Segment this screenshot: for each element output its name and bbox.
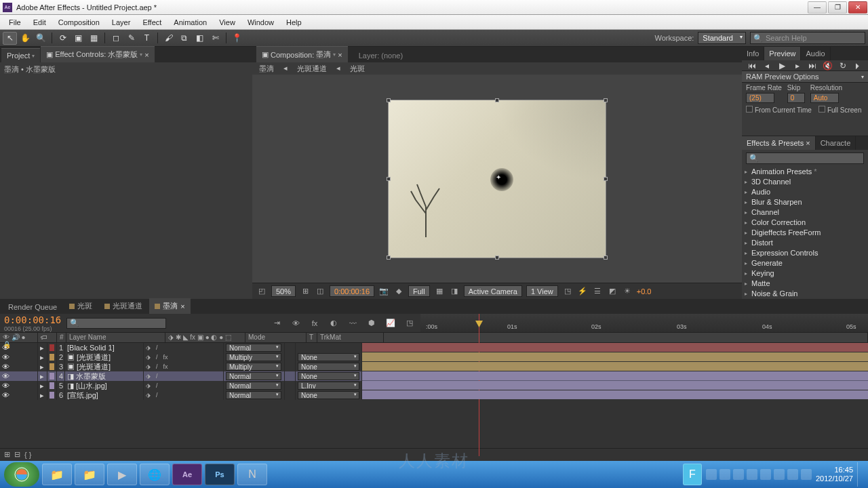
layer-row[interactable]: 👁▸5◨ [山水.jpg]⬗/NormalL.Inv xyxy=(0,381,868,390)
tl-draft3d-icon[interactable]: ◳ xyxy=(403,317,416,329)
pen-tool[interactable]: ✎ xyxy=(124,32,138,45)
layer-tab[interactable]: Layer: (none) xyxy=(353,49,408,62)
fx-category[interactable]: Channel xyxy=(742,207,868,218)
timeline-tab-active[interactable]: 墨滴 × xyxy=(149,298,190,314)
fx-category[interactable]: Noise & Grain xyxy=(742,289,868,299)
taskbar-app[interactable]: 🌐 xyxy=(140,464,170,485)
fx-category[interactable]: Animation Presets xyxy=(742,167,868,177)
help-search[interactable]: 🔍 Search Help xyxy=(750,32,865,44)
loop-button[interactable]: ↻ xyxy=(837,61,849,70)
prev-frame-button[interactable]: ◂ xyxy=(761,61,773,70)
fx-category[interactable]: Digieffects FreeForm xyxy=(742,228,868,238)
audio-tab[interactable]: Audio xyxy=(801,47,830,60)
ram-options-header[interactable]: RAM Preview Options▾ xyxy=(742,71,868,83)
taskbar-tray-app[interactable]: F xyxy=(683,464,702,485)
timeline-search[interactable]: 🔍 xyxy=(66,318,166,329)
menu-help[interactable]: Help xyxy=(280,16,308,28)
toggle-modes-icon[interactable]: ⊟ xyxy=(14,450,20,459)
first-frame-button[interactable]: ⏮ xyxy=(746,61,758,70)
menu-view[interactable]: View xyxy=(213,16,241,28)
timeline-icon[interactable]: ☰ xyxy=(592,286,603,297)
toggle-switches-icon[interactable]: ⊞ xyxy=(4,450,10,459)
rect-tool[interactable]: ◻ xyxy=(108,32,123,45)
tl-fx-icon[interactable]: fx xyxy=(308,317,321,329)
effects-search[interactable]: 🔍 xyxy=(746,152,864,164)
character-tab[interactable]: Characte xyxy=(816,136,856,150)
tl-brainstorm-icon[interactable]: ⬢ xyxy=(365,317,378,329)
layer-row[interactable]: 👁▸2▣ [光斑通道]⬗/fxMultiplyNone xyxy=(0,352,868,362)
puppet-tool[interactable]: 📍 xyxy=(230,32,244,45)
full-screen-checkbox[interactable]: Full Screen xyxy=(818,106,862,114)
skip-input[interactable]: 0 xyxy=(787,93,805,103)
fast-preview-icon[interactable]: ⚡ xyxy=(577,286,588,297)
region-icon[interactable]: ◰ xyxy=(256,286,267,297)
menu-composition[interactable]: Composition xyxy=(52,16,106,28)
transparency-icon[interactable]: ▦ xyxy=(434,286,445,297)
system-tray[interactable] xyxy=(706,469,812,480)
ram-preview-button[interactable]: ⏵ xyxy=(852,61,864,70)
taskbar-ae[interactable]: Ae xyxy=(172,464,202,485)
preview-tab[interactable]: Preview xyxy=(764,47,801,60)
camera-tool[interactable]: ▣ xyxy=(71,32,85,45)
taskbar-app[interactable]: 📁 xyxy=(75,464,104,485)
framerate-input[interactable]: (25) xyxy=(746,93,774,103)
hand-tool[interactable]: ✋ xyxy=(18,32,33,45)
selection-tool[interactable]: ↖ xyxy=(3,32,17,45)
effect-controls-tab[interactable]: ▣ Effect Controls: 水墨蒙版 ▾ × xyxy=(41,46,155,62)
layer-row[interactable]: 👁▸4◨ 水墨蒙版⬗/NormalNone xyxy=(0,371,868,381)
zoom-tool[interactable]: 🔍 xyxy=(34,32,48,45)
timeline-timecode[interactable]: 0:00:00:16 xyxy=(4,314,61,325)
eraser-tool[interactable]: ◧ xyxy=(193,32,207,45)
taskbar-ps[interactable]: Ps xyxy=(205,464,235,485)
mute-button[interactable]: 🔇 xyxy=(821,61,833,70)
3d-icon[interactable]: ◨ xyxy=(449,286,460,297)
resolution-dropdown[interactable]: Full xyxy=(408,285,430,297)
taskbar-app[interactable]: ▶ xyxy=(107,464,137,485)
menu-effect[interactable]: Effect xyxy=(136,16,167,28)
fx-category[interactable]: Keying xyxy=(742,268,868,279)
flowchart-icon[interactable]: ◩ xyxy=(607,286,618,297)
taskbar-app[interactable]: 📁 xyxy=(42,464,72,485)
timeline-tab[interactable]: 光斑 xyxy=(64,298,98,314)
zoom-dropdown[interactable]: 50% xyxy=(271,285,296,297)
composition-tab[interactable]: ▣ Composition: 墨滴 ▾ × xyxy=(256,46,348,62)
layer-row[interactable]: 👁▸6[宣纸.jpg]⬗/NormalNone xyxy=(0,390,868,400)
layer-row[interactable]: 👁▸3▣ [光斑通道]⬗/fxMultiplyNone xyxy=(0,362,868,371)
fx-category[interactable]: Expression Controls xyxy=(742,248,868,258)
system-clock[interactable]: 16:45 2012/10/27 xyxy=(816,466,853,483)
fx-category[interactable]: Blur & Sharpen xyxy=(742,197,868,207)
pan-behind-tool[interactable]: ▦ xyxy=(87,32,101,45)
channel-icon[interactable]: ◆ xyxy=(393,286,404,297)
brackets-icon[interactable]: { } xyxy=(24,451,31,459)
info-tab[interactable]: Info xyxy=(742,47,764,60)
render-queue-tab[interactable]: Render Queue xyxy=(3,300,62,314)
fx-category[interactable]: Audio xyxy=(742,187,868,197)
grid-icon[interactable]: ⊞ xyxy=(300,286,311,297)
clone-tool[interactable]: ⧉ xyxy=(177,32,191,45)
composition-viewer[interactable]: ✦ xyxy=(252,75,742,283)
mask-icon[interactable]: ◫ xyxy=(315,286,326,297)
timeline-ruler[interactable]: :00s 01s 02s 03s 04s 05s xyxy=(420,314,868,332)
current-time[interactable]: 0:00:00:16 xyxy=(330,285,374,297)
last-frame-button[interactable]: ⏭ xyxy=(806,61,818,70)
workspace-dropdown[interactable]: Standard xyxy=(698,32,746,44)
snapshot-icon[interactable]: 📷 xyxy=(378,286,389,297)
tl-shy-icon[interactable]: 👁 xyxy=(289,317,302,329)
exposure-value[interactable]: +0.0 xyxy=(637,287,652,296)
tl-graph-icon[interactable]: 📈 xyxy=(384,317,397,329)
tl-frame-blend-icon[interactable]: ◐ xyxy=(327,317,340,329)
brush-tool[interactable]: 🖌 xyxy=(161,32,176,45)
preview-resolution[interactable]: Auto xyxy=(810,93,839,103)
tl-motion-blur-icon[interactable]: 〰 xyxy=(346,317,359,329)
project-tab[interactable]: Project▾ xyxy=(1,48,40,62)
menu-file[interactable]: File xyxy=(3,16,27,28)
tl-expand-icon[interactable]: ⇥ xyxy=(270,317,283,329)
fx-category[interactable]: 3D Channel xyxy=(742,177,868,187)
from-current-checkbox[interactable]: From Current Time xyxy=(746,106,812,114)
show-desktop-button[interactable] xyxy=(857,462,864,487)
taskbar-app[interactable]: N xyxy=(237,464,267,485)
pixel-aspect-icon[interactable]: ◳ xyxy=(562,286,573,297)
menu-window[interactable]: Window xyxy=(241,16,280,28)
minimize-button[interactable]: — xyxy=(808,1,827,14)
play-button[interactable]: ▶ xyxy=(776,61,789,70)
